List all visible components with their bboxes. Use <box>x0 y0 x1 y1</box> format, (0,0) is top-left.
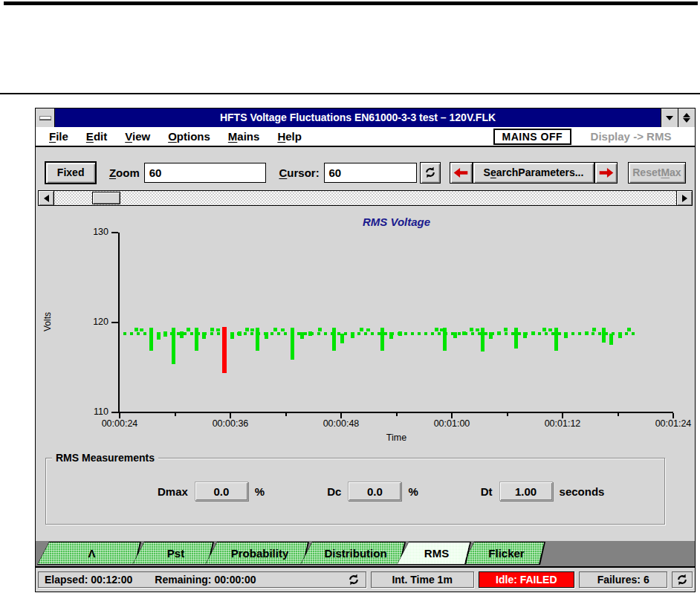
scrollbar-thumb[interactable] <box>92 192 120 204</box>
cursor-input[interactable]: 60 <box>324 163 417 183</box>
mains-off-button[interactable]: MAINS OFF <box>493 129 572 145</box>
scroll-left-icon <box>44 195 49 202</box>
rms-bar <box>210 328 214 331</box>
toolbar: Fixed Zoom 60 Cursor: 60 <box>45 161 686 184</box>
refresh-cursor-button[interactable] <box>420 162 441 184</box>
x-tick-label: 00:00:36 <box>199 418 262 429</box>
x-minor-tick <box>507 413 508 416</box>
x-tick <box>119 413 120 418</box>
menu-view[interactable]: View <box>116 130 159 143</box>
rms-bar <box>230 332 234 338</box>
scroll-right-button[interactable] <box>676 191 692 205</box>
tab-label: Pst <box>161 547 184 560</box>
x-axis-title: Time <box>120 432 673 443</box>
tab-bar: ΛPstProbabilityDistributionRMSFlicker <box>36 541 695 568</box>
refresh-status-panel[interactable] <box>672 571 693 588</box>
search-next-button[interactable] <box>594 162 618 184</box>
restore-down-icon <box>683 118 690 123</box>
rms-bar <box>238 331 242 336</box>
rms-bar <box>548 328 552 331</box>
menu-mains[interactable]: Mains <box>219 130 269 143</box>
y-axis-label: Volts <box>42 299 53 344</box>
rms-bar <box>462 331 466 335</box>
rms-bar <box>481 328 485 351</box>
rms-bar <box>476 328 479 331</box>
x-minor-tick <box>175 413 176 416</box>
field-unit: % <box>408 485 418 498</box>
refresh-icon[interactable] <box>348 574 360 586</box>
menu-options[interactable]: Options <box>159 130 219 143</box>
reset-max-button[interactable]: Reset Max <box>628 162 686 184</box>
tab-label: Distribution <box>318 547 386 560</box>
display-mode-label: Display -> RMS <box>571 130 690 143</box>
y-tick <box>111 232 118 233</box>
system-menu-button[interactable] <box>36 108 55 127</box>
rms-bar <box>340 334 344 343</box>
rms-chart: RMS Voltage Volts Time 13012011000:00:24… <box>36 210 695 450</box>
search-parameters-button[interactable]: Search Parameters... <box>473 162 594 184</box>
rms-bar <box>554 328 558 350</box>
x-tick <box>451 413 453 418</box>
client-area: Fixed Zoom 60 Cursor: 60 <box>36 147 695 590</box>
field-label: Dmax <box>158 485 188 498</box>
rms-bar <box>618 332 622 337</box>
measurement-dc: Dc0.0% <box>327 482 418 501</box>
tab-flicker[interactable]: Flicker <box>462 542 545 565</box>
rms-bar <box>245 328 249 331</box>
rms-bar <box>149 328 153 350</box>
menu-edit[interactable]: Edit <box>77 130 116 143</box>
field-label: Dc <box>327 485 341 498</box>
arrow-right-icon <box>599 168 614 178</box>
horizontal-scrollbar[interactable] <box>38 190 693 206</box>
rms-bar <box>140 328 143 331</box>
rms-bar <box>389 332 393 338</box>
refresh-icon <box>424 166 436 178</box>
group-title: RMS Measurements <box>52 452 158 464</box>
title-bar: HFTS Voltage Fluctuations EN61000-3-3 te… <box>36 108 695 127</box>
top-rule <box>4 1 698 5</box>
rms-bar <box>585 331 589 335</box>
tab-probability[interactable]: Probability <box>205 542 309 565</box>
rms-bar <box>523 332 527 337</box>
tab-lambda[interactable]: Λ <box>37 542 141 565</box>
x-tick <box>562 413 563 418</box>
rms-bar <box>351 332 354 337</box>
tab-face: RMS <box>398 542 470 564</box>
tab-pst[interactable]: Pst <box>132 542 214 565</box>
field-label: Dt <box>481 485 493 498</box>
rms-bar <box>453 332 457 337</box>
rms-bar <box>157 332 161 340</box>
rms-bar <box>180 331 184 337</box>
tab-rms[interactable]: RMS <box>397 542 471 565</box>
menu-bar: FileEditViewOptionsMainsHelp MAINS OFF D… <box>36 127 695 147</box>
scroll-left-button[interactable] <box>39 191 54 205</box>
zoom-label: Zoom <box>109 166 140 179</box>
idle-status-panel: Idle: FAILED <box>479 571 574 588</box>
fixed-button[interactable]: Fixed <box>45 162 96 184</box>
x-minor-tick <box>285 413 287 416</box>
search-previous-button[interactable] <box>450 162 473 184</box>
minimize-button[interactable] <box>661 108 678 127</box>
zoom-input[interactable]: 60 <box>144 163 266 183</box>
rms-bar <box>202 332 206 338</box>
arrow-left-icon <box>453 168 468 178</box>
field-unit: % <box>255 485 265 498</box>
rms-bar <box>308 331 312 336</box>
restore-button[interactable] <box>678 108 695 127</box>
menu-help[interactable]: Help <box>268 130 311 143</box>
x-tick-label: 00:01:12 <box>531 418 594 429</box>
rms-bar <box>250 328 254 331</box>
remaining-time: Remaining: 00:00:00 <box>155 574 256 586</box>
rms-bar <box>256 328 259 350</box>
rms-bar <box>435 328 438 331</box>
y-tick-label: 130 <box>67 227 108 237</box>
rms-bar <box>609 334 613 346</box>
menu-file[interactable]: File <box>40 130 77 143</box>
rms-violation-bar <box>222 327 227 373</box>
tab-distribution[interactable]: Distribution <box>300 542 406 565</box>
y-tick-label: 110 <box>67 406 108 417</box>
app-window: HFTS Voltage Fluctuations EN61000-3-3 te… <box>35 108 696 592</box>
x-tick-label: 00:00:24 <box>88 418 151 429</box>
rms-bar <box>592 328 596 331</box>
x-tick-label: 00:01:24 <box>642 418 700 429</box>
